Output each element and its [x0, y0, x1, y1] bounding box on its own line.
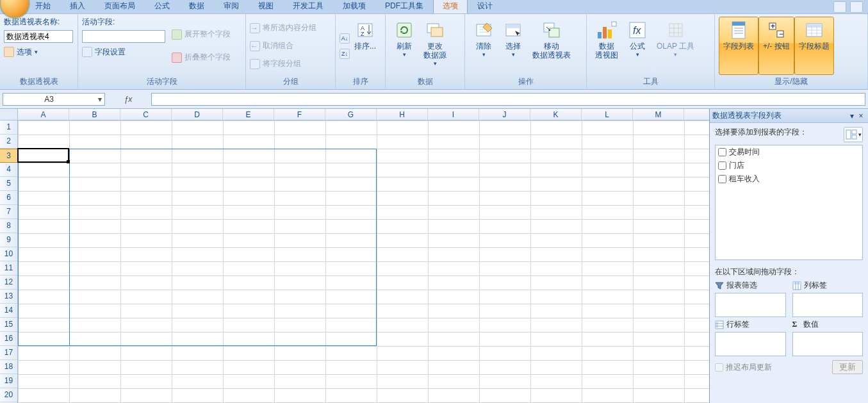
tab-formulas[interactable]: 公式 — [145, 0, 179, 13]
row-header[interactable]: 14 — [0, 304, 17, 318]
pivot-name-input[interactable] — [4, 30, 73, 43]
col-header[interactable]: K — [530, 109, 582, 120]
choose-fields-label: 选择要添加到报表的字段： — [715, 127, 841, 138]
column-headers[interactable]: ABCDEFGHIJKLM — [18, 109, 709, 120]
field-list[interactable]: 交易时间门店租车收入 — [715, 145, 863, 260]
filter-icon — [715, 281, 724, 290]
col-header[interactable]: A — [18, 109, 69, 120]
olap-button[interactable]: OLAP 工具▾ — [652, 17, 699, 75]
col-header[interactable]: L — [582, 109, 633, 120]
refresh-button[interactable]: 刷新 ▾ — [389, 17, 419, 75]
field-item[interactable]: 租车收入 — [716, 172, 862, 186]
row-header[interactable]: 7 — [0, 205, 17, 219]
pane-layout-button[interactable]: ▾ — [844, 127, 863, 142]
tab-data[interactable]: 数据 — [179, 0, 214, 13]
row-header[interactable]: 8 — [0, 219, 17, 233]
change-datasource-button[interactable]: 更改 数据源 ▾ — [419, 17, 451, 75]
tab-insert[interactable]: 插入 — [60, 0, 95, 13]
field-item[interactable]: 门店 — [716, 159, 862, 172]
row-header[interactable]: 19 — [0, 374, 17, 388]
tab-review[interactable]: 审阅 — [214, 0, 249, 13]
update-button[interactable]: 更新 — [832, 360, 863, 374]
close-icon[interactable]: × — [856, 111, 865, 120]
dropdown-icon[interactable]: ▾ — [54, 95, 102, 104]
name-box[interactable]: A3 ▾ — [3, 93, 105, 106]
row-header[interactable]: 2 — [0, 135, 17, 149]
pivot-options-button[interactable]: 选项 ▾ — [4, 45, 74, 58]
worksheet[interactable]: ABCDEFGHIJKLM 12345678910111213141516171… — [0, 109, 709, 403]
formula-input[interactable] — [151, 93, 865, 106]
select-all-corner[interactable] — [0, 109, 18, 120]
col-header[interactable]: D — [172, 109, 223, 120]
row-header[interactable]: 3 — [0, 149, 17, 163]
group-selection-button[interactable]: →将所选内容分组 — [250, 22, 316, 35]
col-header[interactable]: H — [377, 109, 428, 120]
row-header[interactable]: 1 — [0, 120, 17, 135]
zone-columns-box[interactable] — [792, 293, 864, 317]
tab-layout[interactable]: 页面布局 — [95, 0, 145, 13]
row-header[interactable]: 20 — [0, 388, 17, 402]
expand-field-button[interactable]: 展开整个字段 — [172, 28, 231, 41]
zone-values-box[interactable] — [792, 332, 864, 356]
tab-addin[interactable]: 加载项 — [333, 0, 375, 13]
row-header[interactable]: 9 — [0, 233, 17, 247]
pivotchart-button[interactable]: 数据 透视图 — [591, 17, 623, 75]
col-header[interactable]: E — [223, 109, 274, 120]
group-field-button[interactable]: 将字段分组 — [250, 58, 316, 70]
defer-checkbox[interactable] — [715, 363, 723, 372]
tab-view[interactable]: 视图 — [249, 0, 283, 13]
cells-area[interactable] — [18, 120, 709, 403]
qat-btn-2[interactable] — [850, 1, 863, 13]
pane-menu-icon[interactable]: ▾ — [848, 111, 856, 120]
qat-btn-1[interactable] — [833, 1, 846, 13]
col-header[interactable]: I — [428, 109, 479, 120]
fx-icon[interactable]: ƒx — [120, 95, 136, 104]
fieldheaders-toggle[interactable]: 字段标题 — [794, 17, 834, 75]
row-header[interactable]: 15 — [0, 318, 17, 332]
sort-button[interactable]: AZ 排序... — [350, 17, 381, 75]
row-header[interactable]: 11 — [0, 261, 17, 276]
tab-pdf[interactable]: PDF工具集 — [375, 0, 433, 13]
zone-filter-head: 报表筛选 — [715, 280, 786, 291]
col-header[interactable]: C — [120, 109, 172, 120]
field-checkbox[interactable] — [718, 148, 726, 156]
field-item[interactable]: 交易时间 — [716, 145, 862, 159]
plusminus-toggle[interactable]: +−+/- 按钮 — [758, 17, 794, 75]
col-header[interactable]: F — [274, 109, 325, 120]
pane-header[interactable]: 数据透视表字段列表 ▾ × — [710, 109, 868, 123]
formulas-button[interactable]: fx公式▾ — [623, 17, 652, 75]
tab-home[interactable]: 开始 — [26, 0, 60, 13]
sort-asc-button[interactable]: A↓ — [340, 32, 350, 45]
field-settings-button[interactable]: 字段设置 — [82, 45, 172, 58]
move-pivot-button[interactable]: 移动 数据透视表 — [528, 17, 575, 75]
row-header[interactable]: 10 — [0, 247, 17, 261]
tab-design[interactable]: 设计 — [468, 0, 502, 13]
col-header[interactable]: M — [633, 109, 684, 120]
col-header[interactable]: J — [479, 109, 530, 120]
field-checkbox[interactable] — [718, 161, 726, 170]
field-checkbox[interactable] — [718, 175, 726, 183]
row-header[interactable]: 18 — [0, 360, 17, 374]
row-header[interactable]: 12 — [0, 276, 17, 290]
fill-handle[interactable] — [67, 160, 70, 163]
zone-filter-box[interactable] — [715, 293, 786, 317]
tab-dev[interactable]: 开发工具 — [283, 0, 333, 13]
row-headers[interactable]: 1234567891011121314151617181920 — [0, 120, 18, 403]
clear-button[interactable]: 清除▾ — [469, 17, 498, 75]
fieldlist-toggle[interactable]: 字段列表 — [719, 17, 758, 75]
row-header[interactable]: 16 — [0, 332, 17, 346]
sort-desc-button[interactable]: Z↓ — [340, 47, 350, 60]
select-button[interactable]: 选择▾ — [498, 17, 528, 75]
collapse-field-button[interactable]: 折叠整个字段 — [172, 51, 231, 64]
zone-rows-box[interactable] — [715, 332, 786, 356]
col-header[interactable]: B — [69, 109, 120, 120]
col-header[interactable]: G — [325, 109, 377, 120]
row-header[interactable]: 6 — [0, 191, 17, 205]
active-field-input[interactable] — [82, 30, 165, 43]
tab-options[interactable]: 选项 — [433, 0, 468, 13]
row-header[interactable]: 17 — [0, 346, 17, 360]
ungroup-button[interactable]: ←取消组合 — [250, 40, 316, 53]
row-header[interactable]: 13 — [0, 290, 17, 304]
row-header[interactable]: 4 — [0, 163, 17, 177]
row-header[interactable]: 5 — [0, 177, 17, 191]
